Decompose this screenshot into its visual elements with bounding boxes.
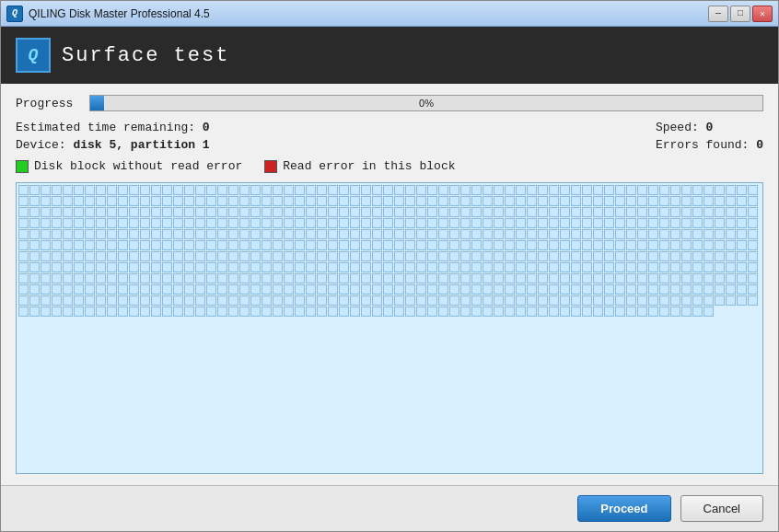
disk-block [151, 229, 161, 239]
disk-block [703, 306, 714, 317]
disk-block [737, 284, 747, 295]
disk-block [549, 185, 559, 195]
disk-block [659, 262, 669, 272]
disk-block [538, 284, 548, 295]
disk-block [63, 240, 73, 250]
disk-block [659, 218, 669, 228]
disk-block [317, 185, 327, 195]
disk-block [328, 240, 338, 250]
disk-block [560, 295, 570, 306]
disk-block [262, 185, 272, 195]
disk-block [273, 273, 283, 283]
disk-block [239, 218, 250, 228]
minimize-button[interactable]: — [708, 6, 728, 22]
disk-block [715, 229, 725, 239]
disk-block [361, 229, 371, 239]
disk-block [140, 251, 150, 261]
disk-block [737, 218, 747, 228]
disk-block [471, 240, 482, 250]
disk-block [52, 207, 62, 217]
disk-block [206, 196, 216, 206]
disk-block [339, 262, 349, 272]
disk-block [615, 207, 625, 217]
disk-block [416, 185, 426, 195]
disk-block [394, 306, 404, 317]
disk-block [571, 262, 581, 272]
disk-block [626, 229, 636, 239]
disk-block [516, 284, 526, 295]
disk-block [715, 251, 725, 261]
disk-block [361, 185, 371, 195]
disk-block [162, 284, 172, 295]
blocks-grid [17, 183, 762, 318]
disk-block [516, 207, 526, 217]
disk-block [571, 196, 581, 206]
disk-block [96, 229, 106, 239]
disk-block [129, 196, 139, 206]
disk-block [273, 295, 283, 306]
disk-block [460, 196, 471, 206]
disk-block [107, 306, 117, 317]
disk-block [681, 273, 692, 283]
disk-block [726, 196, 736, 206]
close-button[interactable]: ✕ [752, 6, 773, 22]
disk-block [527, 218, 537, 228]
disk-block [129, 240, 139, 250]
disk-block [217, 306, 227, 317]
disk-block [427, 262, 437, 272]
disk-block [85, 284, 95, 295]
disk-block [96, 295, 106, 306]
disk-block [681, 207, 692, 217]
disk-block [571, 306, 581, 317]
disk-block [471, 218, 482, 228]
disk-block [538, 306, 548, 317]
disk-block [295, 185, 305, 195]
disk-block [560, 196, 570, 206]
disk-block [737, 229, 747, 239]
disk-block [63, 273, 73, 283]
disk-block [405, 306, 415, 317]
disk-block [494, 185, 504, 195]
disk-block [184, 262, 194, 272]
disk-block [560, 262, 570, 272]
disk-block [85, 295, 95, 306]
disk-block [328, 229, 338, 239]
proceed-button[interactable]: Proceed [577, 495, 670, 522]
disk-block [405, 185, 415, 195]
disk-block [416, 240, 426, 250]
disk-block [328, 251, 338, 261]
disk-block [295, 273, 305, 283]
disk-block [416, 306, 426, 317]
disk-block [703, 295, 714, 306]
disk-block [494, 196, 504, 206]
disk-block [527, 185, 537, 195]
disk-block [18, 306, 29, 317]
disk-block [505, 229, 515, 239]
disk-block [195, 295, 205, 306]
disk-block [471, 284, 482, 295]
info-right: Speed: 0 Errors found: 0 [656, 121, 763, 152]
disk-block [538, 207, 548, 217]
disk-block [538, 185, 548, 195]
maximize-button[interactable]: □ [730, 6, 750, 22]
disk-block [317, 251, 327, 261]
disk-block [383, 229, 393, 239]
disk-block [416, 251, 426, 261]
disk-block [703, 273, 714, 283]
disk-block [52, 262, 62, 272]
disk-block [118, 295, 128, 306]
disk-block [483, 229, 493, 239]
disk-block [394, 196, 404, 206]
disk-block [681, 295, 692, 306]
disk-block [494, 262, 504, 272]
disk-block [107, 284, 117, 295]
disk-block [648, 196, 658, 206]
disk-block [173, 284, 183, 295]
disk-block [637, 185, 647, 195]
disk-block [604, 229, 614, 239]
disk-block [273, 262, 283, 272]
disk-block [449, 185, 459, 195]
cancel-button[interactable]: Cancel [680, 495, 763, 522]
disk-block [63, 229, 73, 239]
disk-block [162, 240, 172, 250]
